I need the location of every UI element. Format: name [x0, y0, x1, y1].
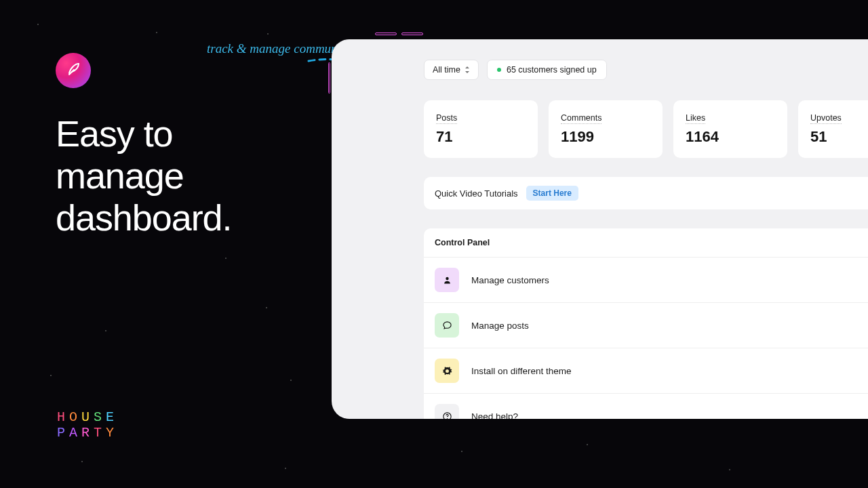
stat-label: Posts — [436, 113, 457, 124]
control-row-manage-customers[interactable]: Manage customers — [424, 258, 868, 303]
dashboard-toprow: All time 65 customers signed up — [424, 60, 868, 80]
status-dot-icon — [497, 68, 501, 72]
stat-card-comments: Comments 1199 — [549, 100, 663, 158]
dropdown-label: All time — [433, 65, 460, 75]
control-panel-title: Control Panel — [424, 228, 868, 258]
bg-star — [266, 307, 267, 308]
bg-star — [267, 33, 269, 35]
sort-icon — [465, 66, 470, 73]
feather-icon — [65, 61, 81, 80]
tutorials-start-button[interactable]: Start Here — [526, 186, 578, 201]
signup-badge-text: 65 customers signed up — [507, 65, 597, 75]
bg-star — [156, 32, 157, 33]
app-logo — [56, 53, 91, 88]
tutorials-label: Quick Video Tutorials — [435, 188, 518, 199]
control-row-label: Need help? — [471, 411, 518, 420]
wordmark-line-2: PARTY — [57, 425, 118, 441]
control-row-install-theme[interactable]: Install on different theme — [424, 348, 868, 394]
time-range-dropdown[interactable]: All time — [424, 60, 479, 80]
control-row-label: Manage posts — [471, 321, 529, 331]
bg-star — [285, 468, 286, 469]
stat-card-posts: Posts 71 — [424, 100, 538, 158]
stat-value: 1164 — [686, 128, 775, 146]
stat-card-likes: Likes 1164 — [673, 100, 787, 158]
decor-pill — [401, 33, 423, 35]
stat-card-upvotes: Upvotes 51 — [798, 100, 868, 158]
brand-wordmark: HOUSE PARTY — [57, 409, 118, 441]
signup-badge: 65 customers signed up — [487, 60, 607, 80]
bg-star — [729, 469, 730, 470]
stat-value: 71 — [436, 128, 526, 146]
bg-star — [81, 461, 83, 462]
control-panel: Control Panel Manage customers Manage po… — [424, 228, 868, 419]
svg-point-0 — [446, 277, 448, 279]
stat-value: 1199 — [561, 128, 650, 146]
decor-pill — [375, 33, 397, 35]
control-row-need-help[interactable]: Need help? — [424, 394, 868, 419]
control-row-label: Install on different theme — [471, 366, 572, 376]
control-row-label: Manage customers — [471, 275, 549, 285]
user-icon — [435, 268, 459, 292]
gear-icon — [435, 359, 459, 383]
stat-value: 51 — [810, 128, 868, 146]
wordmark-line-1: HOUSE — [57, 409, 118, 425]
bg-star — [37, 24, 39, 25]
bg-star — [105, 330, 106, 331]
stat-label: Likes — [686, 113, 705, 124]
bg-star — [50, 375, 52, 376]
stats-row: Posts 71 Comments 1199 Likes 1164 Upvote… — [424, 100, 868, 158]
control-row-manage-posts[interactable]: Manage posts — [424, 303, 868, 348]
tutorials-bar: Quick Video Tutorials Start Here — [424, 177, 868, 209]
decor-line — [328, 62, 330, 94]
dashboard-panel: All time 65 customers signed up Posts 71… — [332, 39, 868, 419]
bg-star — [461, 451, 462, 452]
stat-label: Upvotes — [810, 113, 842, 124]
stat-label: Comments — [561, 113, 601, 124]
bg-star — [290, 380, 292, 381]
svg-point-2 — [446, 418, 447, 419]
bg-star — [225, 258, 226, 259]
chat-icon — [435, 313, 459, 338]
bg-star — [587, 444, 588, 445]
help-icon — [435, 404, 459, 419]
page-headline: Easy to manage dashboard. — [56, 113, 313, 239]
